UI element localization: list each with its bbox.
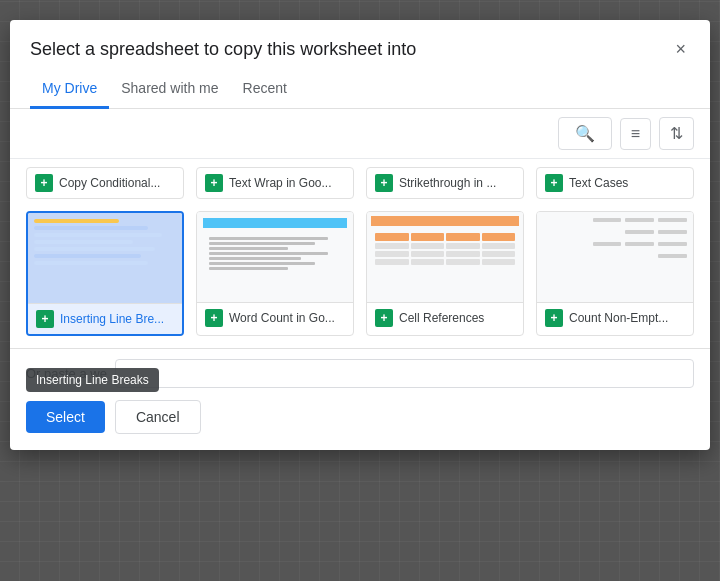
sort-icon: ⇅	[670, 125, 683, 142]
thumb-text-area	[203, 231, 347, 276]
thumbnail-content	[197, 212, 353, 282]
file-name: Count Non-Empt...	[569, 311, 668, 325]
thumb-cell	[446, 259, 480, 265]
file-name: Text Wrap in Goo...	[229, 176, 332, 190]
file-name: Text Cases	[569, 176, 628, 190]
file-thumbnail	[367, 212, 523, 302]
sort-button[interactable]: ⇅	[659, 117, 694, 150]
thumb-cell	[482, 259, 516, 265]
sheets-icon: +	[205, 309, 223, 327]
file-name: Cell References	[399, 311, 484, 325]
list-view-button[interactable]: ≡	[620, 118, 651, 150]
thumb-text-line	[209, 242, 315, 245]
file-name: Strikethrough in ...	[399, 176, 496, 190]
paste-url-row: Or paste a we	[26, 359, 694, 388]
list-item[interactable]: + Text Cases	[536, 167, 694, 199]
file-name: Word Count in Go...	[229, 311, 335, 325]
thumb-row	[543, 254, 687, 258]
file-thumbnail	[28, 213, 182, 303]
search-button[interactable]: 🔍	[558, 117, 612, 150]
thumb-text-line	[209, 237, 328, 240]
thumb-line	[34, 247, 155, 251]
modal-title: Select a spreadsheet to copy this worksh…	[30, 39, 416, 60]
thumb-cell	[446, 251, 480, 257]
thumb-line	[34, 254, 141, 258]
thumb-cell	[482, 251, 516, 257]
thumb-line	[34, 261, 148, 265]
thumb-cell	[658, 242, 687, 246]
file-name: Copy Conditional...	[59, 176, 160, 190]
thumb-cell	[658, 230, 687, 234]
list-item[interactable]: + Strikethrough in ...	[366, 167, 524, 199]
thumb-line	[34, 240, 133, 244]
file-card[interactable]: + Count Non-Empt...	[536, 211, 694, 336]
thumb-text-line	[209, 262, 315, 265]
sheets-icon: +	[35, 174, 53, 192]
thumb-cell	[658, 218, 687, 222]
thumb-cell	[375, 251, 409, 257]
file-card[interactable]: + Word Count in Go...	[196, 211, 354, 336]
select-button[interactable]: Select	[26, 401, 105, 433]
file-name: Inserting Line Bre...	[60, 312, 164, 326]
file-info: + Word Count in Go...	[197, 302, 353, 333]
thumb-cell	[411, 259, 445, 265]
tab-shared-with-me[interactable]: Shared with me	[109, 70, 230, 109]
thumb-line	[34, 219, 119, 223]
tab-recent[interactable]: Recent	[231, 70, 299, 109]
modal-header: Select a spreadsheet to copy this worksh…	[10, 20, 710, 62]
thumb-cell	[658, 254, 687, 258]
thumb-cell	[446, 233, 480, 241]
top-files-row: + Copy Conditional... + Text Wrap in Goo…	[10, 159, 710, 199]
tab-my-drive[interactable]: My Drive	[30, 70, 109, 109]
file-thumbnail	[537, 212, 693, 302]
thumb-cell	[411, 243, 445, 249]
file-info: + Cell References	[367, 302, 523, 333]
thumb-text-line	[209, 247, 288, 250]
thumb-line	[34, 233, 162, 237]
thumb-line	[371, 216, 519, 226]
sheets-icon: +	[375, 174, 393, 192]
thumb-cell	[411, 251, 445, 257]
cancel-button[interactable]: Cancel	[115, 400, 201, 434]
files-grid: + Inserting Line Bre...	[10, 199, 710, 348]
thumb-cell	[625, 218, 654, 222]
search-icon: 🔍	[575, 125, 595, 142]
thumb-cell	[375, 243, 409, 249]
thumb-row	[543, 230, 687, 234]
sheets-icon: +	[545, 174, 563, 192]
thumbnail-content	[367, 212, 523, 273]
thumb-text-line	[209, 252, 328, 255]
list-icon: ≡	[631, 125, 640, 142]
thumb-cell	[593, 242, 622, 246]
file-info: + Count Non-Empt...	[537, 302, 693, 333]
thumb-row	[543, 218, 687, 222]
thumb-line	[203, 218, 347, 228]
list-item[interactable]: + Text Wrap in Goo...	[196, 167, 354, 199]
file-info: + Inserting Line Bre...	[28, 303, 182, 334]
thumbnail-content	[28, 213, 182, 271]
thumb-cell	[625, 242, 654, 246]
dialog: Select a spreadsheet to copy this worksh…	[10, 20, 710, 450]
action-buttons: Inserting Line Breaks Select Cancel	[26, 400, 694, 434]
thumb-cell	[593, 218, 622, 222]
list-item[interactable]: + Copy Conditional...	[26, 167, 184, 199]
thumb-cell	[482, 243, 516, 249]
thumb-cell	[625, 230, 654, 234]
thumb-text-line	[209, 267, 288, 270]
tabs-bar: My Drive Shared with me Recent	[10, 70, 710, 109]
close-button[interactable]: ×	[671, 36, 690, 62]
file-thumbnail	[197, 212, 353, 302]
file-card[interactable]: + Cell References	[366, 211, 524, 336]
paste-url-input[interactable]	[115, 359, 694, 388]
file-card[interactable]: + Inserting Line Bre...	[26, 211, 184, 336]
thumb-cell	[375, 233, 409, 241]
thumb-cell	[411, 233, 445, 241]
thumb-cell	[482, 233, 516, 241]
sheets-icon: +	[375, 309, 393, 327]
sheets-icon: +	[36, 310, 54, 328]
sheets-icon: +	[545, 309, 563, 327]
paste-url-label: Or paste a we	[26, 366, 107, 381]
toolbar: 🔍 ≡ ⇅	[10, 109, 710, 159]
bottom-bar: Or paste a we Inserting Line Breaks Sele…	[10, 348, 710, 450]
thumb-table	[371, 229, 519, 269]
